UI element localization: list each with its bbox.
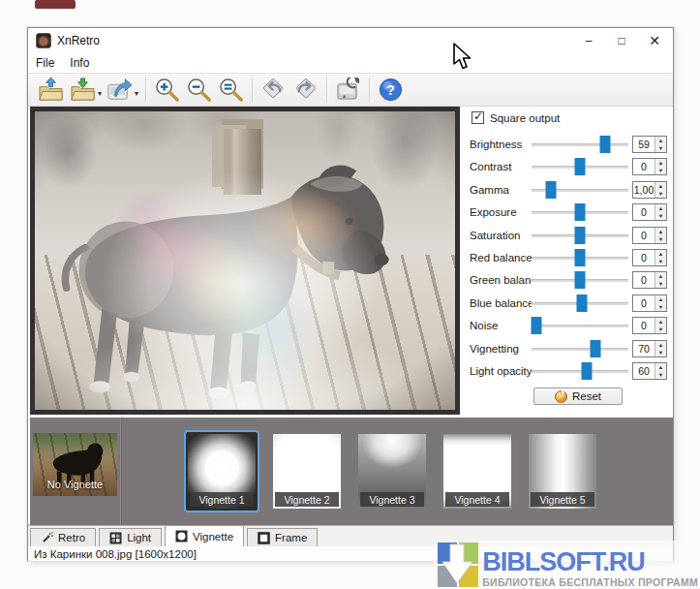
vignette-thumbnail-5[interactable]: Vignette 5: [529, 434, 596, 509]
value-spinbox[interactable]: 60▲▼: [632, 362, 667, 380]
spin-up-icon[interactable]: ▲: [655, 228, 666, 235]
spin-up-icon[interactable]: ▲: [655, 295, 666, 303]
slider-handle[interactable]: [532, 317, 542, 334]
spinbox-arrows[interactable]: ▲▼: [654, 204, 666, 220]
spin-up-icon[interactable]: ▲: [655, 250, 666, 258]
close-button[interactable]: ✕: [638, 28, 671, 53]
slider-handle[interactable]: [582, 362, 593, 380]
spin-up-icon[interactable]: ▲: [655, 159, 666, 167]
spin-up-icon[interactable]: ▲: [655, 363, 666, 371]
value-spinbox[interactable]: 59▲▼: [632, 136, 667, 153]
slider-track[interactable]: [532, 271, 628, 289]
spin-up-icon[interactable]: ▲: [655, 318, 666, 326]
slider-handle[interactable]: [577, 294, 588, 312]
spin-down-icon[interactable]: ▼: [655, 144, 666, 152]
dropdown-caret-icon[interactable]: ▾: [135, 89, 138, 98]
save-file-button[interactable]: [67, 76, 99, 105]
vignette-thumbnail-4[interactable]: Vignette 4: [443, 434, 511, 509]
slider-handle[interactable]: [575, 271, 586, 289]
spinbox-arrows[interactable]: ▲▼: [654, 159, 666, 174]
value-spinbox[interactable]: 0▲▼: [632, 249, 667, 266]
spin-down-icon[interactable]: ▼: [655, 349, 666, 356]
spin-up-icon[interactable]: ▲: [655, 204, 666, 212]
spin-down-icon[interactable]: ▼: [655, 326, 666, 333]
spin-up-icon[interactable]: ▲: [655, 182, 666, 190]
zoom-fit-button[interactable]: [215, 76, 247, 105]
slider-track[interactable]: [532, 362, 628, 380]
image-settings-button[interactable]: [332, 76, 364, 105]
value-spinbox[interactable]: 0▲▼: [632, 294, 667, 312]
slider-track[interactable]: [532, 294, 628, 312]
reset-button[interactable]: Reset: [533, 388, 623, 405]
menu-info[interactable]: Info: [62, 54, 97, 72]
spin-down-icon[interactable]: ▼: [655, 258, 666, 265]
photo-preview[interactable]: [35, 111, 455, 410]
slider-handle[interactable]: [591, 340, 601, 357]
spinbox-arrows[interactable]: ▲▼: [654, 250, 666, 265]
slider-track[interactable]: [532, 317, 628, 334]
square-output-row[interactable]: Square output: [472, 111, 560, 124]
slider-track[interactable]: [532, 227, 628, 244]
value-spinbox[interactable]: 1,00▲▼: [632, 181, 667, 199]
spin-up-icon[interactable]: ▲: [655, 137, 666, 144]
slider-track[interactable]: [532, 158, 628, 175]
spin-down-icon[interactable]: ▼: [655, 371, 666, 379]
menu-file[interactable]: File: [28, 54, 62, 72]
title-bar[interactable]: XnRetro – □ ✕: [28, 28, 673, 53]
spin-down-icon[interactable]: ▼: [655, 167, 666, 174]
value-spinbox[interactable]: 0▲▼: [632, 227, 667, 244]
spinbox-arrows[interactable]: ▲▼: [654, 228, 666, 243]
tab-retro[interactable]: Retro: [30, 528, 96, 546]
spinbox-arrows[interactable]: ▲▼: [654, 363, 666, 379]
slider-handle[interactable]: [575, 158, 586, 175]
slider-track[interactable]: [532, 340, 628, 357]
spin-up-icon[interactable]: ▲: [655, 272, 666, 280]
dropdown-caret-icon[interactable]: ▾: [98, 89, 102, 98]
spinbox-arrows[interactable]: ▲▼: [654, 137, 666, 152]
square-output-checkbox[interactable]: [472, 111, 484, 124]
vignette-thumbnail-3[interactable]: Vignette 3: [358, 434, 426, 509]
spin-down-icon[interactable]: ▼: [655, 212, 666, 220]
vignette-thumbnail-2[interactable]: Vignette 2: [273, 434, 341, 509]
slider-track[interactable]: [532, 203, 628, 221]
value-spinbox[interactable]: 70▲▼: [632, 340, 667, 357]
tab-frame[interactable]: Frame: [247, 528, 318, 546]
value-spinbox[interactable]: 0▲▼: [632, 158, 667, 175]
tab-light[interactable]: Light: [99, 528, 162, 546]
spinbox-arrows[interactable]: ▲▼: [654, 341, 666, 356]
tab-vignette[interactable]: Vignette: [165, 525, 244, 546]
redo-button[interactable]: [289, 76, 321, 105]
spin-down-icon[interactable]: ▼: [655, 190, 666, 198]
help-button[interactable]: ?: [375, 76, 407, 105]
spinbox-arrows[interactable]: ▲▼: [654, 272, 666, 288]
maximize-button[interactable]: □: [605, 28, 638, 53]
undo-button[interactable]: [258, 76, 289, 105]
value-spinbox[interactable]: 0▲▼: [632, 203, 667, 221]
open-file-button[interactable]: [35, 76, 67, 105]
value-spinbox[interactable]: 0▲▼: [632, 271, 667, 289]
slider-row: Red balance0▲▼: [470, 249, 671, 266]
spin-up-icon[interactable]: ▲: [655, 341, 666, 349]
spinbox-arrows[interactable]: ▲▼: [654, 182, 666, 198]
slider-handle[interactable]: [575, 227, 586, 244]
slider-track[interactable]: [532, 181, 628, 199]
slider-handle[interactable]: [575, 249, 586, 266]
value-spinbox[interactable]: 0▲▼: [632, 317, 667, 334]
slider-handle[interactable]: [600, 136, 611, 153]
spin-down-icon[interactable]: ▼: [655, 280, 666, 288]
no-vignette-thumbnail[interactable]: No Vignette: [33, 433, 117, 496]
spin-down-icon[interactable]: ▼: [655, 303, 666, 311]
slider-track[interactable]: [532, 136, 628, 153]
minimize-button[interactable]: –: [572, 28, 605, 53]
slider-handle[interactable]: [546, 181, 557, 199]
spinbox-arrows[interactable]: ▲▼: [654, 295, 666, 311]
slider-handle[interactable]: [575, 203, 586, 221]
zoom-in-button[interactable]: [151, 76, 183, 105]
vignette-thumbnail-1[interactable]: Vignette 1: [184, 430, 259, 512]
spin-down-icon[interactable]: ▼: [655, 235, 666, 243]
toolbar: ▾▾?: [28, 73, 673, 107]
zoom-out-button[interactable]: [183, 76, 215, 105]
slider-track[interactable]: [532, 249, 628, 266]
export-image-button[interactable]: [104, 76, 136, 105]
spinbox-arrows[interactable]: ▲▼: [654, 318, 666, 333]
